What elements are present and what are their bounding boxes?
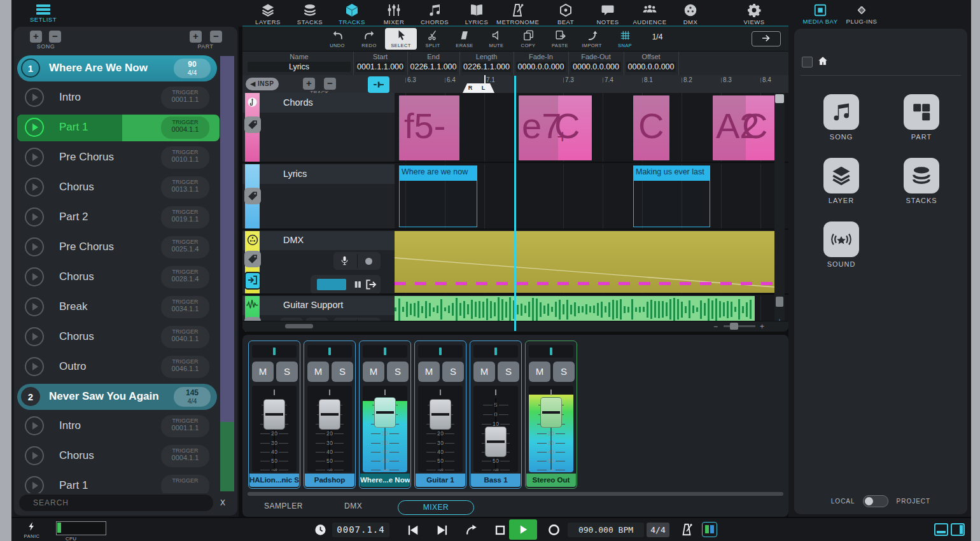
- layout-toggle-bottom[interactable]: [934, 523, 948, 536]
- fader-cap[interactable]: [540, 397, 562, 428]
- tool-copy[interactable]: COPY: [512, 28, 544, 48]
- part-item-chorus[interactable]: ChorusTRIGGER0004.1.1: [17, 443, 220, 470]
- mixer-scrollbar[interactable]: [248, 492, 783, 496]
- tool-snap[interactable]: SNAP: [609, 28, 641, 48]
- search-box[interactable]: [19, 495, 213, 511]
- tool-undo[interactable]: UNDO: [321, 28, 353, 48]
- locator-flag[interactable]: R L: [463, 83, 494, 93]
- part-play-button[interactable]: [25, 118, 44, 137]
- setlist-scroll-song1[interactable]: [220, 56, 234, 422]
- playhead[interactable]: [514, 76, 516, 331]
- view-toolbar-mixer[interactable]: MIXER: [373, 3, 415, 25]
- mixer-channel-padshop[interactable]: MS501020304050-∞Padshop: [304, 341, 356, 489]
- channel-state-box[interactable]: [307, 345, 352, 358]
- tool-erase[interactable]: ERASE: [449, 28, 480, 48]
- tab-dmx[interactable]: DMX: [344, 502, 362, 510]
- info-field-fadein[interactable]: Fade-In0000.0.0.000: [514, 52, 569, 76]
- chord-clip[interactable]: A2C: [713, 95, 774, 160]
- automation-button[interactable]: [368, 76, 389, 93]
- channel-state-box[interactable]: [363, 345, 407, 358]
- channel-state-box[interactable]: [252, 345, 297, 358]
- output-meter-toggle[interactable]: [702, 522, 717, 537]
- forward-button[interactable]: [752, 31, 781, 46]
- add-song-button[interactable]: +: [30, 31, 42, 43]
- mic-icon[interactable]: [339, 255, 350, 266]
- part-item-chorus[interactable]: ChorusTRIGGER0028.1.4: [17, 264, 220, 291]
- channel-state-box[interactable]: [418, 345, 463, 358]
- metronome-toggle[interactable]: [680, 523, 694, 537]
- hzoom-track[interactable]: [724, 325, 755, 327]
- track-name[interactable]: Guitar Support: [283, 300, 343, 310]
- part-play-button[interactable]: [25, 267, 44, 286]
- media-item-song[interactable]: [823, 94, 859, 130]
- hzoom-minus[interactable]: −: [713, 322, 718, 331]
- info-field-length[interactable]: Length0226.1.1.000: [459, 52, 514, 76]
- hscroll-handle[interactable]: [285, 324, 313, 328]
- track-name[interactable]: Lyrics: [283, 169, 307, 179]
- info-field-value[interactable]: 0001.1.1.000: [356, 62, 405, 72]
- info-field-end[interactable]: End0226.1.1.000: [407, 52, 460, 76]
- add-part-button[interactable]: +: [190, 31, 202, 43]
- part-play-button[interactable]: [25, 446, 44, 465]
- tool-redo[interactable]: REDO: [353, 28, 385, 48]
- channel-name[interactable]: Stereo Out: [526, 474, 576, 487]
- record-dot[interactable]: [365, 258, 372, 265]
- track-name[interactable]: Chords: [283, 97, 313, 108]
- channel-name[interactable]: Bass 1: [471, 474, 521, 487]
- audio-clip[interactable]: [395, 296, 755, 323]
- channel-state-box[interactable]: [473, 345, 518, 358]
- fader-cap[interactable]: [374, 397, 396, 428]
- remove-track-button[interactable]: −: [324, 78, 336, 90]
- play-button[interactable]: [509, 519, 537, 540]
- setlist-scroll-song2[interactable]: [220, 422, 234, 491]
- lyric-clip[interactable]: Making us ever last: [633, 165, 710, 227]
- solo-button[interactable]: S: [442, 362, 464, 382]
- channel-name[interactable]: HALion...nic SE: [249, 474, 299, 487]
- song-item-1[interactable]: 1Where Are We Now904/4: [17, 55, 217, 81]
- mute-button[interactable]: M: [363, 362, 384, 382]
- right-tab-media-bay[interactable]: MEDIA BAY: [801, 3, 840, 25]
- part-play-button[interactable]: [25, 476, 44, 493]
- chord-clip[interactable]: e7C+: [519, 95, 592, 160]
- channel-name[interactable]: Padshop: [305, 474, 354, 487]
- info-field-fadeout[interactable]: Fade-Out0000.0.0.000: [568, 52, 624, 76]
- part-item-break[interactable]: BreakTRIGGER0034.1.1: [17, 294, 220, 321]
- add-track-button[interactable]: +: [303, 78, 315, 90]
- remove-part-button[interactable]: −: [210, 31, 222, 43]
- mute-button[interactable]: M: [307, 362, 329, 382]
- dmx-clip[interactable]: [395, 231, 774, 293]
- mute-button[interactable]: M: [418, 362, 440, 382]
- solo-button[interactable]: S: [387, 362, 409, 382]
- info-field-value[interactable]: Lyrics: [248, 62, 351, 72]
- setlist-header[interactable]: SETLIST: [27, 3, 60, 23]
- chord-clip[interactable]: C: [633, 95, 669, 160]
- hzoom-plus[interactable]: +: [760, 322, 764, 331]
- view-toolbar-tracks[interactable]: TRACKS: [331, 3, 373, 25]
- part-item-chorus[interactable]: ChorusTRIGGER0040.1.1: [17, 324, 220, 351]
- part-item-pre-chorus[interactable]: Pre ChorusTRIGGER0025.1.4: [17, 234, 220, 261]
- view-toolbar-views[interactable]: VIEWS: [733, 3, 775, 25]
- part-play-button[interactable]: [25, 357, 44, 376]
- mixer-channel-where-e-now[interactable]: MS501020304050-∞Where...e Now: [359, 341, 411, 489]
- time-display[interactable]: 0007.1.4: [332, 523, 389, 537]
- info-field-value[interactable]: 0000.0.0.000: [571, 62, 621, 72]
- part-item-chorus[interactable]: ChorusTRIGGER0013.1.1: [17, 174, 220, 201]
- fader-cap[interactable]: [263, 399, 285, 430]
- view-toolbar-beat[interactable]: BEAT: [545, 3, 587, 25]
- view-toolbar-chords[interactable]: CHORDS: [414, 3, 456, 25]
- remove-song-button[interactable]: −: [49, 31, 61, 43]
- monitor-block[interactable]: [317, 279, 346, 290]
- part-play-button[interactable]: [25, 178, 44, 197]
- mixer-channel-guitar-1[interactable]: MS501020304050-∞Guitar 1: [414, 341, 466, 489]
- channel-name[interactable]: Where...e Now: [360, 474, 410, 487]
- mute-button[interactable]: M: [473, 362, 495, 382]
- info-field-offset[interactable]: Offset0000.0.0.000: [624, 52, 679, 76]
- part-play-button[interactable]: [25, 327, 44, 346]
- view-toolbar-stacks[interactable]: STACKS: [289, 3, 331, 25]
- info-field-value[interactable]: 0226.1.1.000: [462, 62, 511, 72]
- retrigger-button[interactable]: [465, 523, 479, 537]
- panic-icon[interactable]: [27, 521, 37, 532]
- right-tab-plug-ins[interactable]: PLUG-INS: [842, 3, 881, 25]
- tab-sampler[interactable]: SAMPLER: [264, 502, 303, 510]
- media-item-layer[interactable]: [823, 158, 859, 193]
